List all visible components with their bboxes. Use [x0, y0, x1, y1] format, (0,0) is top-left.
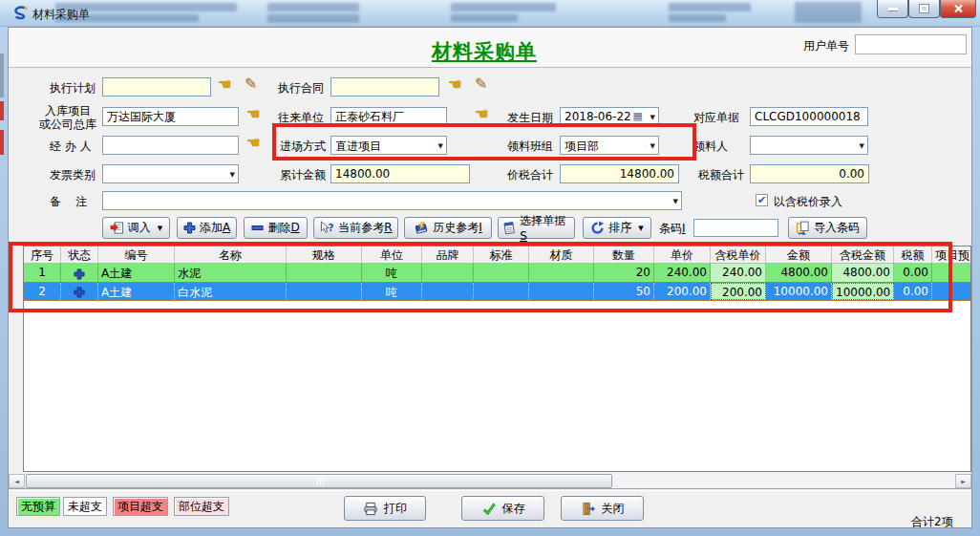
- sort-button[interactable]: 排序 ▼: [583, 217, 651, 239]
- table-row-selected[interactable]: 2 A土建 白水泥 吨 50 200.00 200.00 10000.00 10…: [24, 282, 971, 301]
- items-grid[interactable]: 序号 状态 编号 名称 规格 单位 品牌 标准 材质 数量 单价 含税单价 金额…: [23, 246, 971, 472]
- chevron-down-icon: ▼: [230, 171, 235, 179]
- col-header[interactable]: 税额: [894, 247, 932, 263]
- delete-row-button[interactable]: 删除D: [244, 217, 308, 239]
- doc-no-label: 对应单据: [693, 111, 739, 124]
- project-input[interactable]: [102, 107, 239, 126]
- col-header[interactable]: 编号: [98, 247, 175, 263]
- scroll-right-button[interactable]: ►: [955, 474, 971, 488]
- remark-combo[interactable]: ▼: [102, 191, 682, 210]
- col-header[interactable]: 含税金额: [832, 247, 894, 263]
- col-header[interactable]: 状态: [61, 247, 98, 263]
- chevron-down-icon: ▼: [158, 225, 162, 232]
- col-header[interactable]: 金额: [766, 247, 832, 263]
- invoice-type-select[interactable]: ▼: [102, 164, 239, 183]
- hand-picker-icon[interactable]: ☚: [448, 75, 461, 94]
- tax-incl-total-field: [560, 164, 679, 183]
- cell-qty: 50: [594, 283, 654, 300]
- cell-spec: [287, 264, 362, 282]
- current-reference-button[interactable]: ? 当前参考R: [313, 217, 398, 239]
- cell-material: [529, 283, 594, 300]
- barcode-input[interactable]: [693, 219, 778, 237]
- cell-name: 水泥: [175, 264, 287, 282]
- remark-label: 备 注: [50, 195, 87, 208]
- handler-input[interactable]: [102, 136, 239, 155]
- cell-code: A土建: [98, 264, 175, 282]
- col-header[interactable]: 品牌: [422, 247, 474, 263]
- sort-refresh-icon: [590, 221, 605, 235]
- row-status-plus-icon: [74, 268, 85, 280]
- exec-contract-input[interactable]: [330, 77, 439, 96]
- import-rows-label: 调入: [128, 220, 151, 236]
- col-header[interactable]: 名称: [175, 247, 287, 263]
- add-row-label: 添加: [200, 221, 223, 234]
- exec-plan-input[interactable]: [102, 77, 211, 96]
- tax-total-label: 税额合计: [698, 168, 744, 182]
- total-amount-field: [330, 164, 470, 183]
- user-no-input[interactable]: [855, 34, 967, 54]
- col-header[interactable]: 数量: [594, 247, 654, 263]
- save-button[interactable]: 保存: [461, 496, 544, 521]
- project-label: 入库项目 或公司总库: [33, 104, 102, 131]
- pages-import-icon: [796, 221, 810, 235]
- select-doc-button[interactable]: 选择单据S: [498, 217, 575, 239]
- import-barcode-button[interactable]: 导入条码: [788, 217, 867, 239]
- window-title: 材料采购单: [32, 7, 90, 23]
- chevron-down-icon: ▼: [860, 142, 864, 150]
- minus-icon: [251, 222, 264, 234]
- cell-standard: [474, 264, 529, 282]
- import-rows-button[interactable]: 调入 ▼: [102, 217, 170, 239]
- user-no-label: 用户单号: [803, 39, 849, 53]
- cell-seq: 1: [24, 264, 61, 282]
- doc-no-input[interactable]: [750, 107, 868, 126]
- cell-price: 240.00: [654, 264, 711, 282]
- cell-amount: 10000.00: [766, 283, 832, 300]
- horizontal-scrollbar[interactable]: ◄ ►: [9, 474, 971, 488]
- supplier-input[interactable]: [330, 107, 447, 126]
- pencil-edit-icon[interactable]: ✎: [245, 75, 257, 93]
- date-picker[interactable]: 2018-06-22 ▦ ▼: [560, 107, 659, 126]
- close-form-button[interactable]: 关闭: [561, 496, 644, 521]
- print-button[interactable]: 打印: [344, 496, 426, 521]
- col-header[interactable]: 规格: [287, 247, 362, 263]
- background-window-artifact: [267, 14, 359, 23]
- pencil-edit-icon[interactable]: ✎: [475, 75, 487, 93]
- history-reference-button[interactable]: 历史参考I: [404, 217, 492, 239]
- picker-select[interactable]: ▼: [750, 136, 868, 155]
- hand-picker-icon[interactable]: ☚: [218, 75, 231, 94]
- hand-picker-icon[interactable]: ☚: [475, 105, 488, 123]
- minimize-button[interactable]: [877, 0, 908, 18]
- table-row[interactable]: 1 A土建 水泥 吨 20 240.00 240.00 4800.00 4800…: [24, 264, 971, 282]
- print-label: 打印: [384, 501, 407, 517]
- team-select[interactable]: 项目部 ▼: [560, 136, 659, 155]
- handler-label: 经 办 人: [50, 139, 92, 153]
- calendar-icon: ▦: [633, 110, 643, 122]
- delete-row-label: 删除: [267, 221, 290, 234]
- add-row-hotkey: A: [223, 221, 230, 234]
- col-header[interactable]: 材质: [529, 247, 594, 263]
- col-header[interactable]: 序号: [24, 247, 61, 263]
- col-header[interactable]: 单价: [654, 247, 711, 263]
- exec-plan-label: 执行计划: [50, 81, 96, 95]
- maximize-button[interactable]: [908, 0, 940, 18]
- scrollbar-thumb[interactable]: [26, 474, 612, 488]
- cell-spec: [287, 283, 362, 300]
- book-icon: [414, 221, 429, 235]
- hand-picker-icon[interactable]: ☚: [246, 134, 260, 152]
- tax-price-checkbox[interactable]: ✔: [756, 194, 768, 206]
- scroll-left-button[interactable]: ◄: [9, 474, 25, 488]
- cell-budget: [932, 283, 971, 300]
- cell-material: [529, 264, 594, 282]
- add-row-button[interactable]: 添加A: [177, 217, 237, 239]
- cell-unit: 吨: [362, 264, 422, 282]
- legend-project-over: 项目超支: [113, 497, 168, 516]
- hand-picker-icon[interactable]: ☚: [246, 105, 260, 123]
- entry-mode-select[interactable]: 直进项目 ▼: [330, 136, 447, 155]
- select-doc-hotkey: S: [520, 229, 527, 243]
- col-header[interactable]: 单位: [362, 247, 422, 263]
- col-header[interactable]: 标准: [474, 247, 529, 263]
- close-button[interactable]: [940, 0, 976, 18]
- cell-tax-amount: 10000.00: [832, 283, 894, 300]
- col-header[interactable]: 项目预: [932, 247, 971, 263]
- col-header[interactable]: 含税单价: [711, 247, 766, 263]
